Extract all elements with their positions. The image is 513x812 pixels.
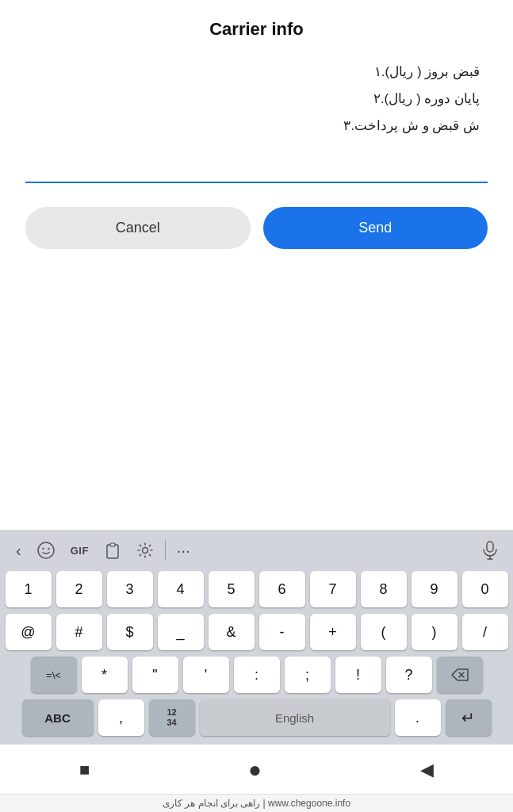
gear-button[interactable]: [128, 537, 162, 564]
svg-point-5: [142, 548, 147, 553]
key-abc[interactable]: ABC: [22, 699, 94, 736]
info-line-2: پایان دوره ( ریال).۲: [25, 86, 480, 113]
key-6[interactable]: 6: [259, 571, 305, 607]
key-underscore[interactable]: _: [158, 614, 204, 650]
key-slash[interactable]: /: [462, 614, 508, 650]
key-backspace[interactable]: [437, 657, 483, 693]
key-ampersand[interactable]: &: [209, 614, 255, 650]
svg-point-1: [42, 548, 44, 550]
key-at[interactable]: @: [6, 614, 52, 650]
svg-point-2: [48, 548, 49, 550]
key-question[interactable]: ?: [386, 657, 432, 693]
key-0[interactable]: 0: [462, 571, 508, 607]
key-shift-symbols[interactable]: =\<: [31, 657, 77, 693]
key-7[interactable]: 7: [310, 571, 356, 607]
toolbar-divider: [165, 541, 166, 560]
keyboard-area: ‹ GIF ···: [0, 530, 513, 812]
info-line-1: قبض بروز ( ریال).۱: [25, 59, 480, 86]
key-colon[interactable]: :: [234, 657, 280, 693]
send-button[interactable]: Send: [263, 207, 488, 249]
key-5[interactable]: 5: [209, 571, 255, 607]
mic-button[interactable]: [475, 536, 505, 565]
key-1[interactable]: 1: [6, 571, 52, 607]
key-asterisk[interactable]: *: [82, 657, 128, 693]
symbol-row-1: @ # $ _ & - + ( ) /: [3, 614, 510, 650]
key-period[interactable]: .: [395, 699, 441, 736]
gif-button[interactable]: GIF: [63, 540, 97, 561]
nav-square-button[interactable]: ■: [63, 755, 105, 785]
svg-point-0: [38, 542, 54, 558]
key-lparen[interactable]: (: [361, 614, 407, 650]
more-button[interactable]: ···: [169, 537, 198, 565]
key-exclaim[interactable]: !: [335, 657, 381, 693]
key-space-english[interactable]: English: [200, 699, 390, 736]
key-2[interactable]: 2: [56, 571, 102, 607]
emoji-button[interactable]: [29, 537, 63, 564]
website-bar: www.chegoone.info | راهی برای انجام هر ک…: [0, 794, 513, 812]
cancel-button[interactable]: Cancel: [25, 207, 251, 249]
dialog-container: Carrier info قبض بروز ( ریال).۱ پایان دو…: [0, 0, 513, 271]
key-numbers-toggle[interactable]: 1234: [149, 699, 195, 736]
key-dquote[interactable]: ": [132, 657, 178, 693]
key-hash[interactable]: #: [56, 614, 102, 650]
key-8[interactable]: 8: [361, 571, 407, 607]
clipboard-button[interactable]: [97, 537, 128, 564]
key-dollar[interactable]: $: [107, 614, 153, 650]
bottom-nav: ■ ● ◀: [0, 744, 513, 794]
nav-triangle-button[interactable]: ◀: [404, 755, 450, 785]
info-list: قبض بروز ( ریال).۱ پایان دوره ( ریال).۲ …: [25, 59, 488, 140]
key-dash[interactable]: -: [259, 614, 305, 650]
keyboard-rows: 1 2 3 4 5 6 7 8 9 0 @ # $ _ & - + ( ) / …: [0, 568, 513, 744]
keyboard-toolbar: ‹ GIF ···: [0, 530, 513, 568]
dialog-title: Carrier info: [25, 19, 488, 40]
key-9[interactable]: 9: [412, 571, 457, 607]
key-squote[interactable]: ': [183, 657, 229, 693]
key-comma[interactable]: ,: [98, 699, 144, 736]
bottom-row: ABC , 1234 English . ↵: [3, 699, 510, 736]
back-button[interactable]: ‹: [8, 537, 29, 565]
text-input[interactable]: [25, 155, 488, 183]
key-4[interactable]: 4: [158, 571, 204, 607]
info-line-3: ش قبض و ش پرداخت.۳: [25, 113, 480, 140]
key-enter[interactable]: ↵: [446, 699, 492, 736]
key-rparen[interactable]: ): [412, 614, 457, 650]
button-row: Cancel Send: [25, 207, 488, 249]
key-semicolon[interactable]: ;: [285, 657, 331, 693]
svg-rect-6: [487, 542, 493, 552]
symbol-row-2: =\< * " ' : ; ! ?: [3, 657, 510, 693]
key-3[interactable]: 3: [107, 571, 153, 607]
svg-rect-4: [110, 543, 115, 546]
nav-circle-button[interactable]: ●: [232, 753, 278, 787]
key-plus[interactable]: +: [310, 614, 356, 650]
number-row: 1 2 3 4 5 6 7 8 9 0: [3, 571, 510, 607]
